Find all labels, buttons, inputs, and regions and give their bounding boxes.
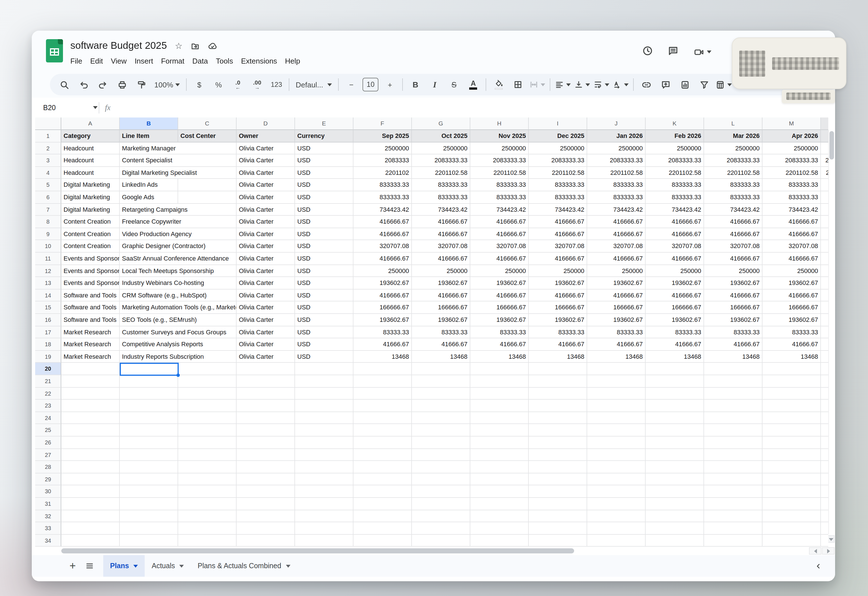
scroll-left-button[interactable] <box>809 547 821 555</box>
cell-empty[interactable] <box>587 486 646 498</box>
cell-empty[interactable] <box>529 535 587 547</box>
cell-empty[interactable] <box>236 436 295 449</box>
cell-month-value[interactable]: 2083333.33 <box>587 154 646 167</box>
cell-month-value-partial[interactable]: 734423.42 <box>821 204 828 216</box>
cell-currency[interactable]: USD <box>295 351 353 363</box>
cell-empty[interactable] <box>236 510 295 522</box>
cell-month-value[interactable]: 83333.33 <box>412 326 470 338</box>
cell-empty[interactable] <box>353 399 412 412</box>
cell-empty[interactable] <box>529 424 587 436</box>
cell-month-value[interactable]: 2500000 <box>412 142 470 154</box>
fill-color-button[interactable] <box>489 77 509 93</box>
cell-empty[interactable] <box>646 387 704 399</box>
row-header-34[interactable]: 34 <box>35 535 61 547</box>
cell-empty[interactable] <box>412 387 470 399</box>
cell-month-value[interactable]: 416666.67 <box>412 253 470 265</box>
cell-month-value[interactable]: 166666.67 <box>353 302 412 314</box>
cell-month-value-partial[interactable]: 833333.33 <box>821 179 828 191</box>
cell-cost-center[interactable] <box>178 191 236 204</box>
cell-empty[interactable] <box>412 436 470 449</box>
cell-empty[interactable] <box>762 486 821 498</box>
cell-line-item[interactable]: Content Specialist <box>120 154 236 167</box>
row-header-17[interactable]: 17 <box>35 326 61 338</box>
cell-empty[interactable] <box>762 424 821 436</box>
row-header-9[interactable]: 9 <box>35 228 61 240</box>
redo-icon[interactable] <box>93 77 112 93</box>
cell-owner[interactable]: Olivia Carter <box>236 326 295 338</box>
print-icon[interactable] <box>112 77 131 93</box>
cell-line-item[interactable]: Local Tech Meetups Sponsorship <box>120 265 236 277</box>
cell-month-value-partial[interactable]: 416666.67 <box>821 290 828 302</box>
menu-item-format[interactable]: Format <box>157 56 188 67</box>
font-select[interactable]: Defaul... <box>292 77 335 93</box>
row-header-19[interactable]: 19 <box>35 351 61 363</box>
borders-button[interactable] <box>509 77 528 93</box>
cell-category[interactable]: Headcount <box>61 142 120 154</box>
menu-item-help[interactable]: Help <box>281 56 304 67</box>
cell-empty[interactable] <box>470 424 529 436</box>
cell-owner[interactable]: Olivia Carter <box>236 154 295 167</box>
cell-empty[interactable] <box>587 473 646 486</box>
cell-month-value[interactable]: 193602.67 <box>470 277 529 289</box>
cell-empty-partial[interactable] <box>821 486 828 498</box>
cell-month-value[interactable]: 833333.33 <box>353 179 412 191</box>
cell-empty[interactable] <box>529 522 587 534</box>
cell-empty[interactable] <box>120 486 178 498</box>
cell-month-value[interactable]: 166666.67 <box>762 302 821 314</box>
cell-month-value[interactable]: 193602.67 <box>353 277 412 289</box>
cell-empty[interactable] <box>61 498 120 510</box>
cell-month-value[interactable]: 416666.67 <box>529 290 587 302</box>
format-percent-button[interactable]: % <box>209 77 228 93</box>
cell-month-value[interactable]: 416666.67 <box>587 253 646 265</box>
cell-empty[interactable] <box>236 498 295 510</box>
cell-currency[interactable]: USD <box>295 290 353 302</box>
cell-month-value[interactable]: 166666.67 <box>646 302 704 314</box>
cell-header-month[interactable]: Mar 2026 <box>704 130 762 142</box>
cell-empty[interactable] <box>704 461 762 473</box>
cell-empty[interactable] <box>587 522 646 534</box>
vertical-scrollbar[interactable] <box>828 130 835 534</box>
cell-owner[interactable]: Olivia Carter <box>236 204 295 216</box>
cell-month-value[interactable]: 320707.08 <box>529 240 587 253</box>
cell-empty[interactable] <box>412 449 470 461</box>
cell-month-value[interactable]: 2201102.58 <box>704 167 762 179</box>
cell-owner[interactable]: Olivia Carter <box>236 191 295 204</box>
cell-empty[interactable] <box>529 498 587 510</box>
cell-header-month[interactable]: Nov 2025 <box>470 130 529 142</box>
cell-month-value[interactable]: 416666.67 <box>646 216 704 228</box>
cell-owner[interactable]: Olivia Carter <box>236 228 295 240</box>
cell-empty[interactable] <box>353 535 412 547</box>
cell-category[interactable]: Content Creation <box>61 228 120 240</box>
cell-empty[interactable] <box>412 535 470 547</box>
cell-month-value[interactable]: 41666.67 <box>470 338 529 351</box>
column-header-E[interactable]: E <box>295 117 353 130</box>
cell-month-value[interactable]: 41666.67 <box>529 338 587 351</box>
cell-empty[interactable] <box>529 461 587 473</box>
cell-empty[interactable] <box>178 363 236 375</box>
cell-month-value[interactable]: 2500000 <box>470 142 529 154</box>
cell-month-value[interactable]: 416666.67 <box>412 216 470 228</box>
cell-month-value[interactable]: 2201102.58 <box>762 167 821 179</box>
menu-item-insert[interactable]: Insert <box>131 56 157 67</box>
row-header-12[interactable]: 12 <box>35 265 61 277</box>
cell-owner[interactable]: Olivia Carter <box>236 351 295 363</box>
cell-month-value[interactable]: 320707.08 <box>470 240 529 253</box>
cell-empty[interactable] <box>646 375 704 387</box>
cell-empty[interactable] <box>295 498 353 510</box>
sheet-tab-plans-actuals-combined[interactable]: Plans & Actuals Combined <box>191 555 297 577</box>
format-currency-button[interactable]: $ <box>190 77 209 93</box>
cell-month-value[interactable]: 2500000 <box>353 142 412 154</box>
vertical-align-button[interactable] <box>573 77 592 93</box>
cell-empty[interactable] <box>704 436 762 449</box>
cell-empty[interactable] <box>295 449 353 461</box>
cell-empty[interactable] <box>704 375 762 387</box>
cell-month-value[interactable]: 83333.33 <box>470 326 529 338</box>
cell-category[interactable]: Market Research <box>61 338 120 351</box>
cell-line-item[interactable]: Marketing Automation Tools (e.g., Market… <box>120 302 236 314</box>
cell-month-value[interactable]: 320707.08 <box>412 240 470 253</box>
cell-empty[interactable] <box>295 375 353 387</box>
cell-empty[interactable] <box>762 375 821 387</box>
cell-empty[interactable] <box>236 412 295 424</box>
cell-month-value[interactable]: 416666.67 <box>412 290 470 302</box>
cell-empty[interactable] <box>412 363 470 375</box>
